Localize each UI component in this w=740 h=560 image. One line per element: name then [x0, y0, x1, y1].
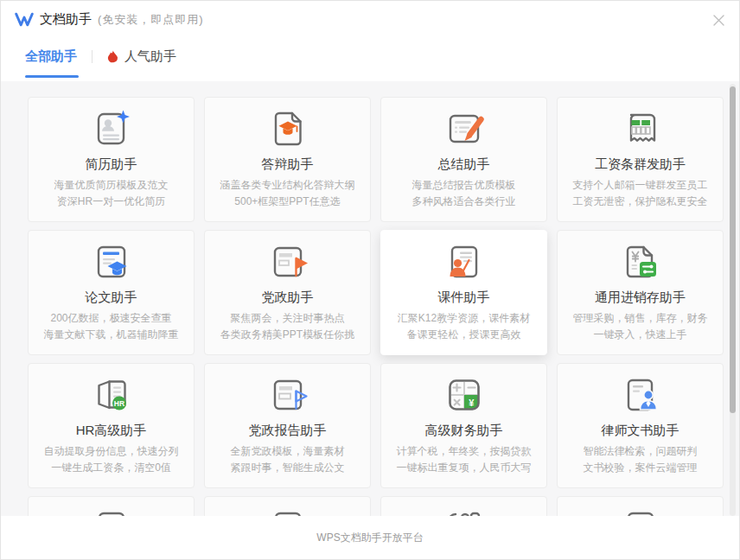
lawyer-icon	[620, 374, 661, 416]
desc-line: 全新党政模板，海量素材	[205, 443, 370, 460]
defense-icon	[267, 108, 309, 150]
card-title: 高级财务助手	[381, 423, 546, 439]
flame-icon	[107, 50, 118, 63]
desc-line: 备课更轻松，授课更高效	[381, 327, 546, 343]
card-finance-advanced-assistant[interactable]: ¥ 高级财务助手 计算个税，年终奖，按揭贷款 一键标出重复项，人民币大写	[380, 363, 547, 488]
card-summary-assistant[interactable]: 总结助手 海量总结报告优质模板 多种风格适合各类行业	[380, 97, 547, 222]
card-title: HR高级助手	[29, 423, 194, 439]
inventory-icon	[620, 241, 661, 283]
desc-line: 支持个人邮箱一键群发至员工	[558, 177, 723, 194]
desc-line: 涵盖各类专业结构化答辩大纲	[205, 177, 370, 194]
desc-line: 工资无泄密，保护隐私更安全	[558, 194, 723, 210]
desc-line: 文书校验，案件云端管理	[558, 460, 723, 476]
card-partial-2[interactable]	[204, 496, 371, 516]
card-description: 涵盖各类专业结构化答辩大纲 500+框架型PPT任意选	[205, 177, 370, 210]
card-description: 汇聚K12教学资源，课件素材 备课更轻松，授课更高效	[381, 310, 546, 343]
tab-label: 人气助手	[124, 48, 176, 65]
tab-popular-assistants[interactable]: 人气助手	[107, 48, 176, 65]
footer-text: WPS文档助手开放平台	[316, 531, 423, 545]
svg-text:HR: HR	[113, 399, 124, 408]
tab-label: 全部助手	[25, 48, 77, 65]
card-title: 论文助手	[29, 290, 194, 306]
partial-document-icon	[620, 507, 661, 516]
card-payslip-broadcast-assistant[interactable]: 工资条群发助手 支持个人邮箱一键群发至员工 工资无泄密，保护隐私更安全	[557, 97, 724, 222]
scrollbar-thumb[interactable]	[730, 86, 736, 413]
wps-logo-icon	[15, 11, 34, 28]
card-courseware-assistant[interactable]: 课件助手 汇聚K12教学资源，课件素材 备课更轻松，授课更高效	[380, 230, 547, 355]
card-hr-advanced-assistant[interactable]: HR HR高级助手 自动提取身份信息，快速分列 一键生成工资条，清空0值	[28, 363, 195, 488]
desc-line: 资深HR一对一优化简历	[29, 194, 194, 210]
svg-text:¥: ¥	[469, 398, 475, 408]
close-button[interactable]	[708, 10, 729, 30]
card-title: 党政助手	[205, 290, 370, 306]
card-description: 自动提取身份信息，快速分列 一键生成工资条，清空0值	[29, 443, 194, 476]
card-description: 管理采购，销售，库存，财务 一键录入，快速上手	[558, 310, 723, 343]
desc-line: 海量优质简历模板及范文	[29, 177, 194, 194]
desc-line: 聚焦两会，关注时事热点	[205, 310, 370, 327]
card-description: 聚焦两会，关注时事热点 各类政务精美PPT模板任你挑	[205, 310, 370, 343]
desc-line: 500+框架型PPT任意选	[205, 194, 370, 210]
courseware-icon	[443, 241, 485, 283]
desc-line: 海量文献下载，机器辅助降重	[29, 327, 194, 343]
tab-bar: 全部助手 人气助手	[25, 48, 176, 65]
card-title: 简历助手	[29, 156, 194, 173]
tab-all-assistants[interactable]: 全部助手	[25, 48, 77, 65]
partial-mixed-icon	[443, 507, 485, 516]
card-title: 工资条群发助手	[558, 156, 723, 173]
card-title: 通用进销存助手	[558, 290, 723, 306]
card-partial-4[interactable]	[557, 496, 724, 516]
desc-line: 汇聚K12教学资源，课件素材	[381, 310, 546, 327]
footer: WPS文档助手开放平台	[1, 516, 739, 559]
party-flag-icon	[267, 241, 309, 283]
desc-line: 多种风格适合各类行业	[381, 194, 546, 210]
desc-line: 计算个税，年终奖，按揭贷款	[381, 443, 546, 460]
assistant-grid-area: 简历助手 海量优质简历模板及范文 资深HR一对一优化简历	[1, 81, 739, 516]
thesis-icon	[91, 241, 132, 283]
window-title: 文档助手	[40, 11, 92, 28]
card-title: 总结助手	[381, 156, 546, 173]
card-resume-assistant[interactable]: 简历助手 海量优质简历模板及范文 资深HR一对一优化简历	[28, 97, 195, 222]
desc-line: 各类政务精美PPT模板任你挑	[205, 327, 370, 343]
window-subtitle: (免安装，即点即用)	[98, 12, 204, 28]
card-description: 支持个人邮箱一键群发至员工 工资无泄密，保护隐私更安全	[558, 177, 723, 210]
report-flag-icon	[267, 374, 309, 416]
scrollbar-track[interactable]	[730, 84, 736, 516]
finance-calculator-icon: ¥	[443, 374, 485, 416]
card-title: 律师文书助手	[558, 423, 723, 439]
card-description: 海量优质简历模板及范文 资深HR一对一优化简历	[29, 177, 194, 210]
desc-line: 200亿数据，极速安全查重	[29, 310, 194, 327]
desc-line: 智能法律检索，问题研判	[558, 443, 723, 460]
desc-line: 紧跟时事，智能生成公文	[205, 460, 370, 476]
card-title: 党政报告助手	[205, 423, 370, 439]
desc-line: 一键录入，快速上手	[558, 327, 723, 343]
desc-line: 一键标出重复项，人民币大写	[381, 460, 546, 476]
card-description: 全新党政模板，海量素材 紧跟时事，智能生成公文	[205, 443, 370, 476]
resume-icon	[91, 108, 132, 150]
card-title: 课件助手	[381, 290, 546, 306]
assistant-grid: 简历助手 海量优质简历模板及范文 资深HR一对一优化简历	[1, 81, 739, 516]
document-assistant-window: 文档助手 (免安装，即点即用) 全部助手 人气助手	[0, 0, 740, 560]
desc-line: 自动提取身份信息，快速分列	[29, 443, 194, 460]
payslip-icon	[620, 108, 661, 150]
partial-document-icon	[267, 507, 309, 516]
card-inventory-assistant[interactable]: 通用进销存助手 管理采购，销售，库存，财务 一键录入，快速上手	[557, 230, 724, 355]
header: 文档助手 (免安装，即点即用) 全部助手 人气助手	[1, 1, 739, 81]
card-description: 计算个税，年终奖，按揭贷款 一键标出重复项，人民币大写	[381, 443, 546, 476]
card-lawyer-document-assistant[interactable]: 律师文书助手 智能法律检索，问题研判 文书校验，案件云端管理	[557, 363, 724, 488]
card-partial-1[interactable]	[28, 496, 195, 516]
card-partial-3[interactable]	[380, 496, 547, 516]
card-description: 海量总结报告优质模板 多种风格适合各类行业	[381, 177, 546, 210]
desc-line: 海量总结报告优质模板	[381, 177, 546, 194]
active-tab-underline	[25, 75, 79, 78]
card-thesis-assistant[interactable]: 论文助手 200亿数据，极速安全查重 海量文献下载，机器辅助降重	[28, 230, 195, 355]
partial-document-icon	[91, 507, 132, 516]
desc-line: 一键生成工资条，清空0值	[29, 460, 194, 476]
desc-line: 管理采购，销售，库存，财务	[558, 310, 723, 327]
card-party-gov-assistant[interactable]: 党政助手 聚焦两会，关注时事热点 各类政务精美PPT模板任你挑	[204, 230, 371, 355]
card-defense-assistant[interactable]: 答辩助手 涵盖各类专业结构化答辩大纲 500+框架型PPT任意选	[204, 97, 371, 222]
card-title: 答辩助手	[205, 156, 370, 173]
card-party-report-assistant[interactable]: 党政报告助手 全新党政模板，海量素材 紧跟时事，智能生成公文	[204, 363, 371, 488]
tab-divider	[92, 50, 92, 63]
card-description: 智能法律检索，问题研判 文书校验，案件云端管理	[558, 443, 723, 476]
close-icon	[713, 15, 724, 26]
